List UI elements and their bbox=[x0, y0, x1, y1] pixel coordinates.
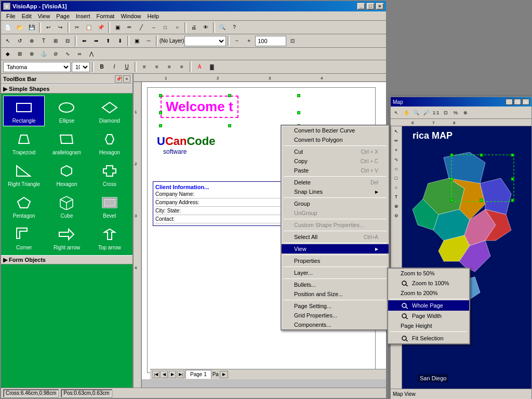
new-icon[interactable]: 📄 bbox=[2, 22, 14, 33]
menu-page[interactable]: Page bbox=[53, 12, 73, 20]
bezier-icon[interactable]: ∞ bbox=[74, 48, 85, 60]
cm-layer[interactable]: Layer... bbox=[282, 268, 389, 277]
align-left-text-icon[interactable]: ≡ bbox=[139, 61, 150, 73]
handle-tr[interactable] bbox=[297, 94, 300, 97]
rotate-icon[interactable]: ↺ bbox=[14, 35, 25, 47]
welcome-text-box[interactable]: Welcome t bbox=[161, 96, 238, 118]
cm-properties[interactable]: Properties bbox=[282, 256, 389, 265]
font-family-select[interactable]: Tahoma bbox=[3, 62, 71, 72]
shape-hexagon2[interactable]: Hexagon bbox=[46, 159, 87, 190]
shape-corner[interactable]: Corner bbox=[3, 222, 45, 253]
shape-parallelogram[interactable]: arallelogram bbox=[46, 127, 87, 158]
draw-icon[interactable]: ✏ bbox=[124, 22, 135, 33]
shape-right-triangle[interactable]: Right Triangle bbox=[3, 159, 45, 190]
map-side-rect[interactable]: □ bbox=[392, 174, 401, 182]
ungroup-icon[interactable]: ⊟ bbox=[62, 35, 73, 47]
vsm-zoom-50[interactable]: Zoom to 50% bbox=[388, 269, 469, 278]
anchor-icon[interactable]: ⚓ bbox=[38, 48, 49, 60]
underline-icon[interactable]: U bbox=[121, 61, 132, 73]
cm-copy[interactable]: Copy Ctrl + C bbox=[282, 156, 389, 166]
cm-bullets[interactable]: Bullets... bbox=[282, 280, 389, 289]
stroke-icon[interactable]: ─ bbox=[143, 35, 154, 47]
handle-tl[interactable] bbox=[159, 94, 162, 97]
close-button[interactable]: × bbox=[376, 3, 384, 10]
line-icon[interactable]: ╱ bbox=[136, 22, 147, 33]
zoom-input[interactable] bbox=[255, 36, 286, 46]
layer-dropdown[interactable] bbox=[184, 36, 226, 46]
connect-icon[interactable]: ⊕ bbox=[26, 35, 37, 47]
shape-ellipse[interactable]: Ellipse bbox=[46, 96, 87, 126]
map-fit-icon[interactable]: ⊡ bbox=[441, 108, 450, 117]
cm-group[interactable]: Group bbox=[282, 199, 389, 208]
align-left-icon[interactable]: ⬅ bbox=[78, 35, 90, 47]
page-first-button[interactable]: |◀ bbox=[152, 371, 159, 378]
print-icon[interactable]: 🖨 bbox=[188, 22, 200, 33]
map-pointer-icon[interactable]: ↖ bbox=[392, 108, 401, 117]
save-icon[interactable]: 💾 bbox=[26, 22, 37, 33]
path-icon[interactable]: ⊘ bbox=[50, 48, 61, 60]
menu-window[interactable]: Window bbox=[117, 12, 144, 20]
handle-mr[interactable] bbox=[297, 111, 300, 114]
shape-hexagon1[interactable]: Hexagon bbox=[89, 127, 130, 158]
shape-right-arrow[interactable]: Right arrow bbox=[46, 222, 87, 253]
curve-icon[interactable]: ∿ bbox=[62, 48, 73, 60]
select-icon[interactable]: ▣ bbox=[112, 22, 123, 33]
cm-delete[interactable]: Delete Del bbox=[282, 178, 389, 187]
shape-bevel[interactable]: Bevel bbox=[89, 191, 130, 221]
handle-ml[interactable] bbox=[159, 111, 162, 114]
copy-icon[interactable]: 📋 bbox=[83, 22, 95, 33]
shape-icon[interactable]: ◆ bbox=[2, 48, 14, 60]
page-prev-button[interactable]: ◀ bbox=[161, 371, 168, 378]
toolbox-pin-button[interactable]: 📌 bbox=[115, 75, 122, 83]
help-icon[interactable]: ? bbox=[229, 22, 240, 33]
paste-icon[interactable]: 📌 bbox=[95, 22, 107, 33]
page-tab-1[interactable]: Page 1 bbox=[185, 370, 211, 379]
vsm-whole-page[interactable]: Whole Page bbox=[388, 300, 469, 311]
text-icon[interactable]: T bbox=[38, 35, 49, 47]
cm-view[interactable]: View ▶ bbox=[282, 244, 389, 254]
menu-view[interactable]: View bbox=[35, 12, 54, 20]
font-size-select[interactable]: 10 bbox=[72, 62, 90, 72]
fit-icon[interactable]: ⊡ bbox=[287, 35, 298, 47]
map-pan-icon[interactable]: ✋ bbox=[402, 108, 411, 117]
cm-select-all[interactable]: Select All Ctrl+A bbox=[282, 232, 389, 242]
map-side-arc[interactable]: ∩ bbox=[392, 165, 401, 173]
snap-icon[interactable]: ⊕ bbox=[26, 48, 37, 60]
preview-icon[interactable]: 👁 bbox=[200, 22, 211, 33]
cm-position-size[interactable]: Position and Size... bbox=[282, 289, 389, 299]
map-zoom-in-icon[interactable]: 🔍 bbox=[411, 108, 421, 117]
map-side-plus[interactable]: + bbox=[392, 146, 401, 154]
menu-help[interactable]: Help bbox=[144, 12, 163, 20]
map-side-zoom-in[interactable]: ⊕ bbox=[392, 202, 401, 210]
arrow-icon[interactable]: → bbox=[148, 22, 159, 33]
map-side-lasso[interactable]: ○ bbox=[392, 183, 401, 192]
map-maximize-button[interactable]: □ bbox=[514, 99, 521, 105]
map-close-button[interactable]: × bbox=[522, 99, 529, 105]
map-zoom-actual-icon[interactable]: 1:1 bbox=[431, 108, 441, 117]
map-canvas[interactable]: rica MAP bbox=[402, 126, 531, 389]
maximize-button[interactable]: □ bbox=[366, 3, 375, 10]
map-side-pointer[interactable]: ↖ bbox=[392, 127, 401, 136]
zoom-in2-icon[interactable]: + bbox=[243, 35, 255, 47]
menu-edit[interactable]: Edit bbox=[19, 12, 35, 20]
cut-icon[interactable]: ✂ bbox=[71, 22, 83, 33]
shape-trapezoid[interactable]: Trapezoid bbox=[3, 127, 45, 158]
map-minimize-button[interactable]: _ bbox=[506, 99, 513, 105]
cm-cut[interactable]: Cut Ctrl + X bbox=[282, 147, 389, 156]
align-right-icon[interactable]: ➡ bbox=[90, 35, 102, 47]
align-top-icon[interactable]: ⬆ bbox=[102, 35, 114, 47]
bold-icon[interactable]: B bbox=[96, 61, 108, 73]
align-right-text-icon[interactable]: ≡ bbox=[164, 61, 175, 73]
menu-file[interactable]: File bbox=[3, 12, 19, 20]
scroll-right-button[interactable]: ▶ bbox=[220, 371, 228, 378]
ellipse-icon[interactable]: ○ bbox=[171, 22, 183, 33]
redo-icon[interactable]: ↪ bbox=[55, 22, 66, 33]
page-last-button[interactable]: ▶| bbox=[177, 371, 184, 378]
open-icon[interactable]: 📂 bbox=[14, 22, 25, 33]
cm-paste[interactable]: Paste Ctrl + V bbox=[282, 166, 389, 175]
handle-tm[interactable] bbox=[228, 94, 231, 97]
shape-rectangle[interactable]: Rectangle bbox=[3, 96, 45, 126]
italic-icon[interactable]: I bbox=[109, 61, 120, 73]
map-zoom-window-icon[interactable]: ⊕ bbox=[461, 108, 470, 117]
shape-pentagon[interactable]: Pentagon bbox=[3, 191, 45, 221]
